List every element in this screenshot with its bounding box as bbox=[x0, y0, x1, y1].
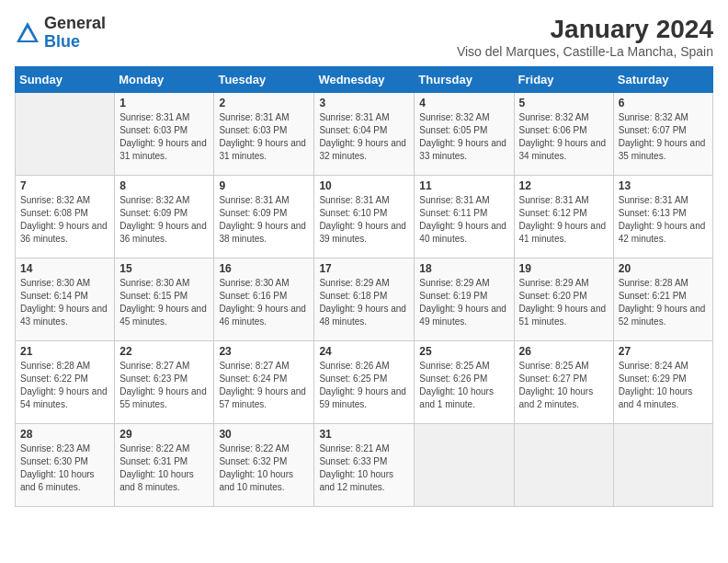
calendar-cell: 4Sunrise: 8:32 AMSunset: 6:05 PMDaylight… bbox=[415, 93, 514, 176]
day-number: 11 bbox=[419, 179, 508, 192]
cell-content: Sunrise: 8:31 AMSunset: 6:09 PMDaylight:… bbox=[219, 194, 309, 246]
cell-content: Sunrise: 8:26 AMSunset: 6:25 PMDaylight:… bbox=[319, 360, 409, 411]
day-number: 1 bbox=[119, 97, 209, 109]
page-header: General Blue January 2024 Viso del Marqu… bbox=[15, 15, 713, 59]
cell-content: Sunrise: 8:32 AMSunset: 6:06 PMDaylight:… bbox=[519, 111, 609, 163]
cell-content: Sunrise: 8:32 AMSunset: 6:09 PMDaylight:… bbox=[119, 194, 209, 246]
cell-content: Sunrise: 8:31 AMSunset: 6:04 PMDaylight:… bbox=[319, 111, 409, 163]
day-number: 23 bbox=[219, 345, 309, 358]
header-friday: Friday bbox=[514, 67, 613, 93]
day-number: 2 bbox=[219, 97, 309, 109]
day-number: 31 bbox=[319, 428, 409, 441]
cell-content: Sunrise: 8:32 AMSunset: 6:05 PMDaylight:… bbox=[419, 111, 508, 163]
header-thursday: Thursday bbox=[415, 67, 514, 93]
cell-content: Sunrise: 8:32 AMSunset: 6:08 PMDaylight:… bbox=[20, 194, 109, 246]
calendar-cell bbox=[514, 424, 613, 507]
day-number: 7 bbox=[20, 179, 109, 192]
cell-content: Sunrise: 8:31 AMSunset: 6:13 PMDaylight:… bbox=[619, 194, 708, 246]
day-number: 14 bbox=[20, 262, 109, 275]
day-number: 13 bbox=[619, 179, 708, 192]
day-number: 20 bbox=[619, 262, 708, 275]
calendar-cell: 17Sunrise: 8:29 AMSunset: 6:18 PMDayligh… bbox=[314, 259, 415, 341]
calendar-cell: 2Sunrise: 8:31 AMSunset: 6:03 PMDaylight… bbox=[214, 93, 314, 176]
day-number: 25 bbox=[419, 345, 508, 358]
day-number: 26 bbox=[519, 345, 609, 358]
calendar-cell bbox=[16, 93, 115, 176]
cell-content: Sunrise: 8:21 AMSunset: 6:33 PMDaylight:… bbox=[319, 442, 409, 494]
header-tuesday: Tuesday bbox=[214, 67, 314, 93]
calendar-cell: 30Sunrise: 8:22 AMSunset: 6:32 PMDayligh… bbox=[214, 424, 314, 507]
logo-icon bbox=[15, 20, 40, 46]
calendar-week-row: 21Sunrise: 8:28 AMSunset: 6:22 PMDayligh… bbox=[16, 341, 713, 424]
day-number: 27 bbox=[619, 345, 708, 358]
title-block: January 2024 Viso del Marques, Castille-… bbox=[457, 15, 713, 59]
cell-content: Sunrise: 8:25 AMSunset: 6:26 PMDaylight:… bbox=[419, 360, 508, 411]
calendar-title: January 2024 bbox=[457, 15, 713, 44]
header-wednesday: Wednesday bbox=[314, 67, 415, 93]
cell-content: Sunrise: 8:28 AMSunset: 6:21 PMDaylight:… bbox=[619, 277, 708, 328]
calendar-week-row: 1Sunrise: 8:31 AMSunset: 6:03 PMDaylight… bbox=[16, 93, 713, 176]
cell-content: Sunrise: 8:27 AMSunset: 6:24 PMDaylight:… bbox=[219, 360, 309, 411]
cell-content: Sunrise: 8:29 AMSunset: 6:20 PMDaylight:… bbox=[519, 277, 609, 328]
day-number: 16 bbox=[219, 262, 309, 275]
calendar-cell: 3Sunrise: 8:31 AMSunset: 6:04 PMDaylight… bbox=[314, 93, 415, 176]
calendar-cell: 5Sunrise: 8:32 AMSunset: 6:06 PMDaylight… bbox=[514, 93, 613, 176]
header-sunday: Sunday bbox=[16, 67, 115, 93]
cell-content: Sunrise: 8:29 AMSunset: 6:18 PMDaylight:… bbox=[319, 277, 409, 328]
calendar-cell: 6Sunrise: 8:32 AMSunset: 6:07 PMDaylight… bbox=[613, 93, 712, 176]
day-number: 15 bbox=[119, 262, 209, 275]
calendar-cell: 1Sunrise: 8:31 AMSunset: 6:03 PMDaylight… bbox=[115, 93, 214, 176]
day-number: 29 bbox=[119, 428, 209, 441]
day-number: 6 bbox=[619, 97, 708, 109]
day-number: 21 bbox=[20, 345, 109, 358]
day-number: 18 bbox=[419, 262, 508, 275]
logo-general: General bbox=[44, 14, 106, 32]
day-number: 12 bbox=[519, 179, 609, 192]
calendar-cell: 31Sunrise: 8:21 AMSunset: 6:33 PMDayligh… bbox=[314, 424, 415, 507]
day-number: 3 bbox=[319, 97, 409, 109]
cell-content: Sunrise: 8:30 AMSunset: 6:14 PMDaylight:… bbox=[20, 277, 109, 328]
calendar-cell: 26Sunrise: 8:25 AMSunset: 6:27 PMDayligh… bbox=[514, 341, 613, 424]
cell-content: Sunrise: 8:32 AMSunset: 6:07 PMDaylight:… bbox=[619, 111, 708, 163]
calendar-cell: 29Sunrise: 8:22 AMSunset: 6:31 PMDayligh… bbox=[115, 424, 214, 507]
cell-content: Sunrise: 8:29 AMSunset: 6:19 PMDaylight:… bbox=[419, 277, 508, 328]
day-number: 24 bbox=[319, 345, 409, 358]
logo-blue: Blue bbox=[44, 32, 80, 51]
calendar-cell bbox=[415, 424, 514, 507]
cell-content: Sunrise: 8:27 AMSunset: 6:23 PMDaylight:… bbox=[119, 360, 209, 411]
day-number: 5 bbox=[519, 97, 609, 109]
calendar-week-row: 14Sunrise: 8:30 AMSunset: 6:14 PMDayligh… bbox=[16, 259, 713, 341]
calendar-cell: 24Sunrise: 8:26 AMSunset: 6:25 PMDayligh… bbox=[314, 341, 415, 424]
calendar-cell: 27Sunrise: 8:24 AMSunset: 6:29 PMDayligh… bbox=[613, 341, 712, 424]
logo: General Blue bbox=[15, 15, 106, 52]
day-number: 10 bbox=[319, 179, 409, 192]
cell-content: Sunrise: 8:22 AMSunset: 6:31 PMDaylight:… bbox=[119, 442, 209, 494]
cell-content: Sunrise: 8:31 AMSunset: 6:10 PMDaylight:… bbox=[319, 194, 409, 246]
calendar-cell: 10Sunrise: 8:31 AMSunset: 6:10 PMDayligh… bbox=[314, 176, 415, 259]
day-number: 30 bbox=[219, 428, 309, 441]
day-number: 28 bbox=[20, 428, 109, 441]
calendar-cell: 8Sunrise: 8:32 AMSunset: 6:09 PMDaylight… bbox=[115, 176, 214, 259]
day-number: 22 bbox=[119, 345, 209, 358]
header-saturday: Saturday bbox=[613, 67, 712, 93]
calendar-table: SundayMondayTuesdayWednesdayThursdayFrid… bbox=[15, 66, 713, 507]
calendar-cell: 19Sunrise: 8:29 AMSunset: 6:20 PMDayligh… bbox=[514, 259, 613, 341]
calendar-cell: 9Sunrise: 8:31 AMSunset: 6:09 PMDaylight… bbox=[214, 176, 314, 259]
calendar-cell: 22Sunrise: 8:27 AMSunset: 6:23 PMDayligh… bbox=[115, 341, 214, 424]
cell-content: Sunrise: 8:30 AMSunset: 6:16 PMDaylight:… bbox=[219, 277, 309, 328]
cell-content: Sunrise: 8:22 AMSunset: 6:32 PMDaylight:… bbox=[219, 442, 309, 494]
calendar-subtitle: Viso del Marques, Castille-La Mancha, Sp… bbox=[457, 44, 713, 59]
day-number: 17 bbox=[319, 262, 409, 275]
calendar-cell: 25Sunrise: 8:25 AMSunset: 6:26 PMDayligh… bbox=[415, 341, 514, 424]
header-monday: Monday bbox=[115, 67, 214, 93]
calendar-cell: 20Sunrise: 8:28 AMSunset: 6:21 PMDayligh… bbox=[613, 259, 712, 341]
cell-content: Sunrise: 8:25 AMSunset: 6:27 PMDaylight:… bbox=[519, 360, 609, 411]
calendar-cell: 16Sunrise: 8:30 AMSunset: 6:16 PMDayligh… bbox=[214, 259, 314, 341]
calendar-cell: 23Sunrise: 8:27 AMSunset: 6:24 PMDayligh… bbox=[214, 341, 314, 424]
cell-content: Sunrise: 8:31 AMSunset: 6:12 PMDaylight:… bbox=[519, 194, 609, 246]
day-number: 4 bbox=[419, 97, 508, 109]
day-number: 8 bbox=[119, 179, 209, 192]
calendar-week-row: 7Sunrise: 8:32 AMSunset: 6:08 PMDaylight… bbox=[16, 176, 713, 259]
cell-content: Sunrise: 8:30 AMSunset: 6:15 PMDaylight:… bbox=[119, 277, 209, 328]
calendar-cell: 28Sunrise: 8:23 AMSunset: 6:30 PMDayligh… bbox=[16, 424, 115, 507]
